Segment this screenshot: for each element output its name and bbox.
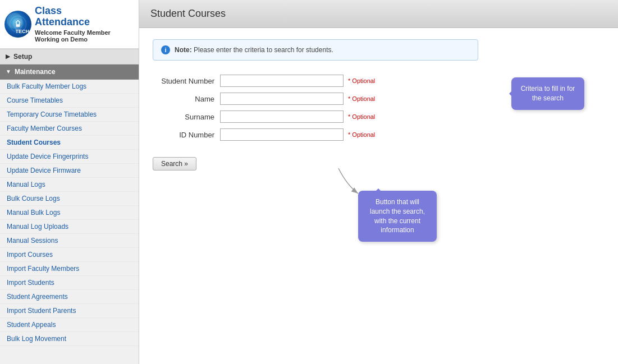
sidebar-item-temp-course-timetables[interactable]: Temporary Course Timetables	[0, 108, 139, 122]
maintenance-section: ▼ Maintenance Bulk Faculty Member Logs C…	[0, 64, 139, 346]
id-number-optional: * Optional	[344, 126, 375, 144]
id-number-input[interactable]	[220, 128, 344, 141]
sidebar-item-student-courses[interactable]: Student Courses	[0, 136, 139, 150]
sidebar-item-import-courses[interactable]: Import Courses	[0, 248, 139, 262]
sidebar-item-manual-bulk-logs[interactable]: Manual Bulk Logs	[0, 206, 139, 220]
search-form: Student Number * Optional Name * Optiona…	[153, 72, 375, 144]
sidebar-item-faculty-member-courses[interactable]: Faculty Member Courses	[0, 122, 139, 136]
id-number-input-cell	[220, 126, 344, 144]
field-row-name: Name * Optional	[153, 90, 375, 108]
surname-input-cell	[220, 108, 344, 126]
student-number-input[interactable]	[220, 75, 344, 87]
app-logo: TECH	[4, 11, 31, 38]
app-subtitle: Welcome Faculty Member Working on Demo	[35, 29, 111, 43]
app-title-attendance: Attendance	[35, 17, 111, 28]
field-row-surname: Surname * Optional	[153, 108, 375, 126]
student-number-input-cell	[220, 72, 344, 90]
sidebar-item-update-device-fingerprints[interactable]: Update Device Fingerprints	[0, 150, 139, 164]
app-header: TECH Class Attendance Welcome Faculty Me…	[0, 0, 139, 49]
maintenance-label: Maintenance	[15, 68, 56, 76]
sidebar-item-update-device-firmware[interactable]: Update Device Firmware	[0, 164, 139, 178]
sidebar-item-import-student-parents[interactable]: Import Student Parents	[0, 304, 139, 318]
sidebar-item-student-appeals[interactable]: Student Appeals	[0, 318, 139, 332]
tooltip-search-button: Button that will launch the search, with…	[358, 191, 437, 242]
student-number-optional: * Optional	[344, 72, 375, 90]
sidebar-item-bulk-faculty-logs[interactable]: Bulk Faculty Member Logs	[0, 80, 139, 94]
sidebar-item-import-students[interactable]: Import Students	[0, 276, 139, 290]
note-box: i Note: Please enter the criteria to sea…	[153, 39, 478, 61]
note-text: Note: Please enter the criteria to searc…	[175, 46, 333, 54]
sidebar: TECH Class Attendance Welcome Faculty Me…	[0, 0, 139, 364]
sidebar-item-manual-log-uploads[interactable]: Manual Log Uploads	[0, 220, 139, 234]
info-icon: i	[161, 45, 170, 54]
page-header: Student Courses	[139, 0, 618, 28]
setup-section: ▶ Setup	[0, 49, 139, 64]
name-input[interactable]	[220, 93, 344, 105]
page-title: Student Courses	[150, 8, 226, 19]
surname-optional: * Optional	[344, 108, 375, 126]
name-input-cell	[220, 90, 344, 108]
sidebar-item-student-agreements[interactable]: Student Agreements	[0, 290, 139, 304]
tooltip-criteria: Criteria to fill in for the search	[511, 77, 584, 110]
sidebar-item-manual-logs[interactable]: Manual Logs	[0, 178, 139, 192]
maintenance-arrow-icon: ▼	[6, 68, 11, 75]
id-number-label: ID Number	[153, 126, 220, 144]
student-number-label: Student Number	[153, 72, 220, 90]
setup-label: Setup	[13, 53, 32, 61]
setup-arrow-icon: ▶	[6, 53, 10, 59]
sidebar-item-course-timetables[interactable]: Course Timetables	[0, 94, 139, 108]
maintenance-header[interactable]: ▼ Maintenance	[0, 64, 139, 80]
page-body: i Note: Please enter the criteria to sea…	[139, 28, 618, 182]
sidebar-item-bulk-course-logs[interactable]: Bulk Course Logs	[0, 192, 139, 206]
sidebar-item-import-faculty-members[interactable]: Import Faculty Members	[0, 262, 139, 276]
surname-input[interactable]	[220, 110, 344, 123]
main-content: Student Courses i Note: Please enter the…	[139, 0, 618, 364]
sidebar-item-manual-sessions[interactable]: Manual Sessions	[0, 234, 139, 248]
name-optional: * Optional	[344, 90, 375, 108]
field-row-student-number: Student Number * Optional	[153, 72, 375, 90]
logo-text: TECH	[16, 29, 30, 34]
app-title-class: Class	[35, 6, 111, 17]
field-row-id-number: ID Number * Optional	[153, 126, 375, 144]
name-label: Name	[153, 90, 220, 108]
app-title-block: Class Attendance Welcome Faculty Member …	[35, 6, 111, 43]
sidebar-item-bulk-log-movement[interactable]: Bulk Log Movement	[0, 332, 139, 346]
search-button[interactable]: Search »	[153, 157, 196, 171]
surname-label: Surname	[153, 108, 220, 126]
setup-header[interactable]: ▶ Setup	[0, 49, 139, 64]
